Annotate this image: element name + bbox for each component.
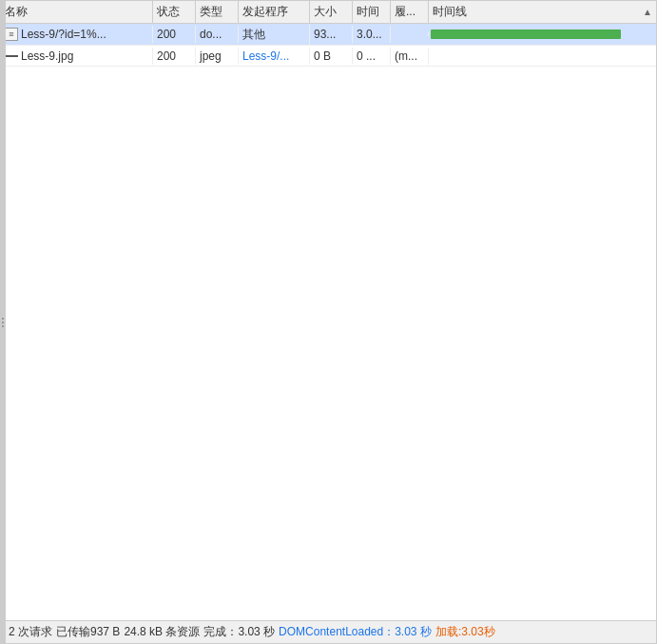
col-header-time[interactable]: 时间 (353, 1, 391, 23)
doc-icon: ≡ (5, 28, 18, 41)
cell-time-1: 3.0... (353, 26, 391, 43)
cell-timeline-2 (429, 54, 656, 58)
finish-time: 完成：3.03 秒 (203, 624, 275, 640)
col-header-timeline[interactable]: 时间线 ▲ (429, 1, 656, 23)
sort-icon: ▲ (643, 7, 652, 17)
table-row[interactable]: Less-9.jpg 200 jpeg Less-9/... 0 B (1, 46, 656, 67)
initiator-link-2[interactable]: Less-9/... (242, 49, 289, 63)
col-header-name[interactable]: 名称 (1, 1, 153, 23)
cell-status-1: 200 (153, 26, 196, 43)
cell-timeline-1 (429, 24, 656, 45)
table-header: 名称 状态 类型 发起程序 大小 时间 (1, 1, 656, 24)
cell-status-2: 200 (153, 48, 196, 65)
timeline-bar-1 (431, 29, 621, 39)
col-header-status[interactable]: 状态 (153, 1, 196, 23)
requests-count: 2 次请求 (9, 624, 52, 640)
status-bar: 2 次请求 已传输937 B 24.8 kB 条资源 完成：3.03 秒 DOM… (1, 620, 656, 643)
col-header-size[interactable]: 大小 (310, 1, 353, 23)
table-container: 名称 状态 类型 发起程序 大小 时间 (1, 1, 656, 620)
cell-name-1: ≡ Less-9/?id=1%... (1, 26, 153, 43)
resources-size: 24.8 kB 条资源 (124, 624, 200, 640)
network-panel: 名称 状态 类型 发起程序 大小 时间 (0, 0, 657, 644)
cell-priority-2: (m... (391, 48, 429, 65)
cell-initiator-1: 其他 (239, 25, 310, 45)
table-body: ≡ Less-9/?id=1%... 200 do... 其他 (1, 24, 656, 620)
cell-size-1: 93... (310, 26, 353, 43)
cell-name-2: Less-9.jpg (1, 48, 153, 65)
table-row[interactable]: ≡ Less-9/?id=1%... 200 do... 其他 (1, 24, 656, 46)
dash-icon (5, 55, 18, 57)
cell-time-2: 0 ... (353, 48, 391, 65)
cell-type-1: do... (196, 26, 239, 43)
transferred-size: 已传输937 B (56, 624, 120, 640)
cell-initiator-2[interactable]: Less-9/... (239, 48, 310, 65)
cell-priority-1 (391, 32, 429, 36)
resize-handle[interactable] (1, 1, 6, 620)
cell-type-2: jpeg (196, 48, 239, 65)
col-header-priority[interactable]: 履... (391, 1, 429, 23)
cell-size-2: 0 B (310, 48, 353, 65)
col-header-type[interactable]: 类型 (196, 1, 239, 23)
col-header-initiator[interactable]: 发起程序 (239, 1, 310, 23)
load-time: 加载:3.03秒 (435, 624, 495, 640)
dom-content-loaded: DOMContentLoaded：3.03 秒 (279, 624, 432, 640)
